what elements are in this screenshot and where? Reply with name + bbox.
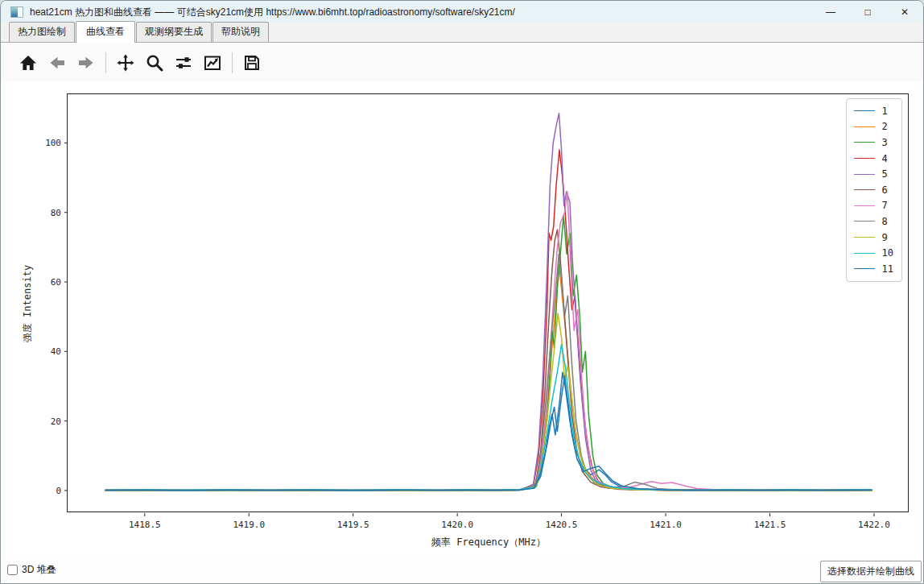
legend-label: 1 [882, 106, 888, 117]
legend-item: 9 [854, 230, 893, 246]
svg-text:1421.5: 1421.5 [754, 520, 786, 530]
legend-item: 4 [854, 151, 893, 167]
legend-item: 7 [854, 198, 893, 214]
minimize-button[interactable]: — [812, 1, 849, 23]
app-icon [10, 6, 23, 18]
forward-button[interactable] [73, 50, 99, 76]
series-8 [105, 255, 872, 491]
back-arrow-icon [47, 53, 67, 72]
legend-item: 2 [854, 119, 893, 135]
figure-canvas: 1418.51419.01419.51420.01420.51421.01421… [1, 81, 923, 561]
zoom-button[interactable] [142, 50, 167, 76]
svg-text:40: 40 [51, 346, 61, 357]
svg-text:0: 0 [56, 486, 61, 496]
series-3 [105, 216, 872, 491]
save-button[interactable] [239, 50, 265, 76]
legend-label: 8 [882, 216, 888, 227]
legend-item: 8 [854, 213, 893, 230]
legend-label: 4 [882, 153, 888, 164]
customize-button[interactable] [200, 50, 225, 76]
tab-bar: 热力图绘制曲线查看观测纲要生成帮助说明 [1, 23, 923, 43]
spectrum-plot: 1418.51419.01419.51420.01420.51421.01421… [68, 94, 910, 513]
svg-text:1420.5: 1420.5 [546, 520, 578, 530]
legend-line-sample [854, 174, 875, 175]
stack-3d-control: 3D 堆叠 [7, 563, 56, 577]
legend-line-sample [854, 158, 875, 159]
legend-line-sample [854, 189, 875, 190]
sliders-icon [174, 53, 193, 72]
legend-item: 10 [854, 245, 893, 261]
legend-label: 3 [882, 137, 888, 148]
series-9 [105, 313, 872, 491]
svg-text:1419.5: 1419.5 [337, 520, 369, 530]
svg-text:1420.0: 1420.0 [441, 520, 473, 530]
pan-button[interactable] [113, 50, 138, 76]
subplots-button[interactable] [171, 50, 196, 76]
legend: 1234567891011 [846, 98, 902, 282]
legend-label: 9 [882, 232, 888, 243]
series-11 [105, 376, 872, 491]
legend-line-sample [854, 268, 875, 269]
plot-toolbar [1, 43, 923, 81]
svg-text:80: 80 [51, 208, 61, 218]
tab-3[interactable]: 观测纲要生成 [136, 22, 212, 42]
svg-text:1421.0: 1421.0 [650, 520, 682, 530]
toolbar-separator [232, 52, 233, 73]
home-icon [19, 53, 38, 72]
tab-4[interactable]: 帮助说明 [212, 22, 269, 42]
legend-item: 5 [854, 166, 893, 182]
legend-item: 6 [854, 182, 893, 198]
legend-label: 2 [882, 121, 888, 132]
tab-1[interactable]: 热力图绘制 [9, 22, 75, 42]
stack-3d-checkbox[interactable] [7, 565, 18, 575]
svg-text:1422.0: 1422.0 [858, 520, 890, 530]
legend-line-sample [854, 253, 875, 254]
legend-line-sample [854, 205, 875, 206]
svg-text:1418.5: 1418.5 [129, 520, 161, 530]
series-1 [105, 372, 872, 491]
tab-2[interactable]: 曲线查看 [76, 21, 135, 43]
legend-line-sample [854, 142, 875, 143]
series-2 [105, 265, 872, 491]
legend-line-sample [854, 126, 875, 127]
legend-line-sample [854, 221, 875, 222]
series-6 [105, 230, 872, 490]
svg-text:100: 100 [45, 138, 61, 148]
plot-area[interactable]: 1418.51419.01419.51420.01420.51421.01421… [67, 93, 909, 512]
svg-text:60: 60 [51, 277, 61, 288]
home-button[interactable] [15, 50, 41, 76]
footer-bar: 3D 堆叠 选择数据并绘制曲线 [1, 559, 923, 583]
legend-item: 3 [854, 135, 893, 151]
maximize-button[interactable]: □ [849, 1, 886, 23]
legend-item: 1 [854, 103, 893, 119]
series-4 [105, 150, 872, 490]
pan-icon [116, 53, 135, 72]
toolbar-separator [105, 52, 106, 73]
close-button[interactable]: ✕ [886, 1, 923, 23]
forward-arrow-icon [76, 53, 96, 72]
legend-label: 5 [882, 168, 888, 180]
legend-label: 10 [882, 247, 893, 259]
legend-line-sample [854, 110, 875, 111]
window-title: heat21cm 热力图和曲线查看 —— 可结合sky21cm使用 https:… [30, 6, 515, 19]
select-data-plot-button[interactable]: 选择数据并绘制曲线 [820, 561, 922, 582]
title-bar: heat21cm 热力图和曲线查看 —— 可结合sky21cm使用 https:… [1, 1, 923, 23]
save-floppy-icon [242, 53, 262, 72]
x-axis-label: 频率 Frequency（MHz） [431, 536, 546, 548]
series-5 [105, 114, 872, 491]
legend-label: 6 [882, 184, 888, 196]
stack-3d-label: 3D 堆叠 [22, 563, 56, 577]
legend-item: 11 [854, 261, 893, 277]
back-button[interactable] [44, 50, 70, 76]
legend-label: 7 [882, 200, 888, 211]
y-axis-label: 强度 Intensity [22, 265, 33, 342]
line-chart-icon [203, 53, 222, 72]
svg-text:20: 20 [51, 416, 61, 427]
legend-line-sample [854, 237, 875, 238]
magnifier-icon [145, 53, 164, 72]
app-window: heat21cm 热力图和曲线查看 —— 可结合sky21cm使用 https:… [0, 0, 924, 584]
legend-label: 11 [882, 263, 893, 275]
series-7 [105, 192, 872, 491]
series-10 [105, 345, 872, 491]
svg-text:1419.0: 1419.0 [233, 520, 265, 530]
